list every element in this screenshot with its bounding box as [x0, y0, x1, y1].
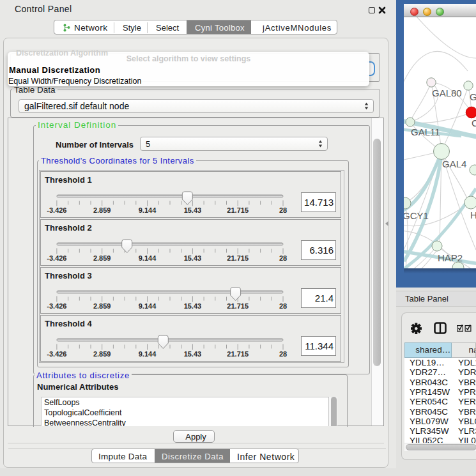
svg-text:21.715: 21.715	[227, 206, 249, 214]
svg-text:-3.426: -3.426	[47, 206, 66, 214]
svg-text:15.43: 15.43	[184, 206, 202, 214]
svg-text:-3.426: -3.426	[47, 254, 66, 262]
svg-text:9.144: 9.144	[139, 302, 157, 310]
svg-text:15.43: 15.43	[184, 302, 202, 310]
svg-text:G.: G.	[470, 91, 476, 102]
svg-text:9.144: 9.144	[139, 350, 157, 358]
svg-text:28: 28	[279, 350, 287, 358]
svg-text:21.715: 21.715	[227, 350, 249, 358]
svg-text:2.859: 2.859	[93, 206, 111, 214]
svg-text:15.43: 15.43	[184, 350, 202, 358]
svg-text:28: 28	[279, 302, 287, 310]
svg-text:GAL80: GAL80	[432, 88, 462, 98]
svg-text:2.859: 2.859	[93, 302, 111, 310]
svg-text:GAL11: GAL11	[411, 127, 440, 137]
svg-text:GCY1: GCY1	[404, 210, 429, 221]
svg-text:GAL4: GAL4	[442, 158, 466, 169]
svg-text:28: 28	[279, 254, 287, 262]
svg-text:C: C	[472, 118, 476, 128]
svg-text:15.43: 15.43	[184, 254, 202, 262]
svg-text:9.144: 9.144	[139, 206, 157, 214]
svg-text:2.859: 2.859	[93, 350, 111, 358]
svg-text:9.144: 9.144	[139, 254, 157, 262]
svg-text:-3.426: -3.426	[47, 302, 66, 310]
svg-text:HAP2: HAP2	[438, 252, 463, 263]
svg-text:-3.426: -3.426	[47, 350, 66, 358]
svg-text:H: H	[470, 210, 476, 220]
svg-text:28: 28	[279, 206, 287, 214]
svg-text:21.715: 21.715	[227, 254, 249, 262]
svg-text:21.715: 21.715	[227, 302, 249, 310]
svg-text:2.859: 2.859	[93, 254, 111, 262]
